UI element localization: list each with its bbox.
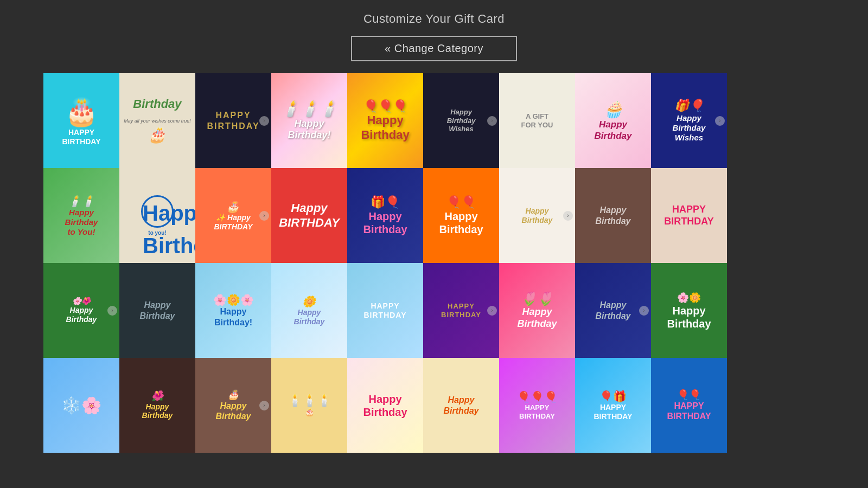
gift-card-11[interactable]: HappyBirthday to you! [119,168,195,263]
gift-card-23[interactable]: HAPPYBIRTHDAY [347,263,423,358]
gift-card-spacer4 [727,358,803,453]
gift-card-7[interactable]: A GIFTFOR YOU [499,73,575,168]
gift-card-27[interactable]: 🌸🌼 HappyBirthday [651,263,727,358]
gift-card-spacer2 [727,168,803,263]
gift-card-9[interactable]: 🎁🎈 HappyBirthdayWishes › [651,73,727,168]
gift-card-8[interactable]: 🧁 HappyBirthday [575,73,651,168]
gift-card-15[interactable]: 🎈🎈 HappyBirthday [423,168,499,263]
gift-card-32[interactable]: HappyBirthday [347,358,423,453]
gift-card-spacer [727,73,803,168]
gift-card-25[interactable]: 🌷🌷 HappyBirthday [499,263,575,358]
gift-card-2[interactable]: BirthdayMay all your wishes come true! 🎂 [119,73,195,168]
scroll-arrow-30[interactable]: › [259,401,269,410]
gift-card-33[interactable]: HappyBirthday [423,358,499,453]
gift-card-24[interactable]: HAPPYBIRTHDAY › [423,263,499,358]
page-title: Customize Your Gift Card [363,12,505,26]
gift-card-17[interactable]: HappyBirthday [575,168,651,263]
gift-card-20[interactable]: HappyBirthday [119,263,195,358]
gift-card-4[interactable]: 🕯️🕯️🕯️ HappyBirthday! [271,73,347,168]
gift-card-12[interactable]: 🎂 ✨ HappyBIRTHDAY › [195,168,271,263]
gift-card-18[interactable]: HAPPYBIRTHDAY [651,168,727,263]
gift-card-22[interactable]: 🌼 HappyBirthday [271,263,347,358]
card-grid: 🎂 HAPPYBIRTHDAY BirthdayMay all your wis… [43,73,825,453]
gift-card-10[interactable]: 🕯️🕯️ HappyBirthdayto You! [43,168,119,263]
gift-card-30[interactable]: 🎂 HappyBirthday › [195,358,271,453]
scroll-arrow-26[interactable]: › [639,306,649,316]
gift-card-16[interactable]: HappyBirthday › [499,168,575,263]
gift-card-13[interactable]: HappyBIRTHDAY [271,168,347,263]
gift-card-19[interactable]: 🌸🌺 HappyBirthday › [43,263,119,358]
gift-card-36[interactable]: 🎈🎈 HAPPYBIRTHDAY [651,358,727,453]
scroll-arrow-16[interactable]: › [563,211,573,221]
change-category-button[interactable]: « Change Category [351,36,517,61]
gift-card-34[interactable]: 🎈🎈🎈 HAPPYBIRTHDAY [499,358,575,453]
gift-card-29[interactable]: 🌺 HappyBirthday [119,358,195,453]
scroll-arrow-24[interactable]: › [487,306,497,316]
gift-card-31[interactable]: 🕯️🕯️🕯️ 🎂 [271,358,347,453]
gift-card-5[interactable]: 🎈🎈🎈 HappyBirthday [347,73,423,168]
scroll-arrow-12[interactable]: › [259,211,269,221]
gift-card-28[interactable]: ❄️🌸 [43,358,119,453]
gift-card-3[interactable]: HAPPYBIRTHDAY › [195,73,271,168]
gift-card-21[interactable]: 🌸🌼🌸 HappyBirthday! [195,263,271,358]
gift-card-6[interactable]: HappyBirthdayWishes › [423,73,499,168]
scroll-arrow[interactable]: › [259,116,269,126]
gift-card-35[interactable]: 🎈🎁 HAPPYBIRTHDAY [575,358,651,453]
gift-card-1[interactable]: 🎂 HAPPYBIRTHDAY [43,73,119,168]
gift-card-spacer3 [727,263,803,358]
scroll-arrow-6[interactable]: › [487,116,497,126]
gift-card-14[interactable]: 🎁🎈 HappyBirthday [347,168,423,263]
scroll-arrow-9[interactable]: › [715,116,725,126]
scroll-arrow-19[interactable]: › [107,306,117,316]
gift-card-26[interactable]: HappyBirthday › [575,263,651,358]
